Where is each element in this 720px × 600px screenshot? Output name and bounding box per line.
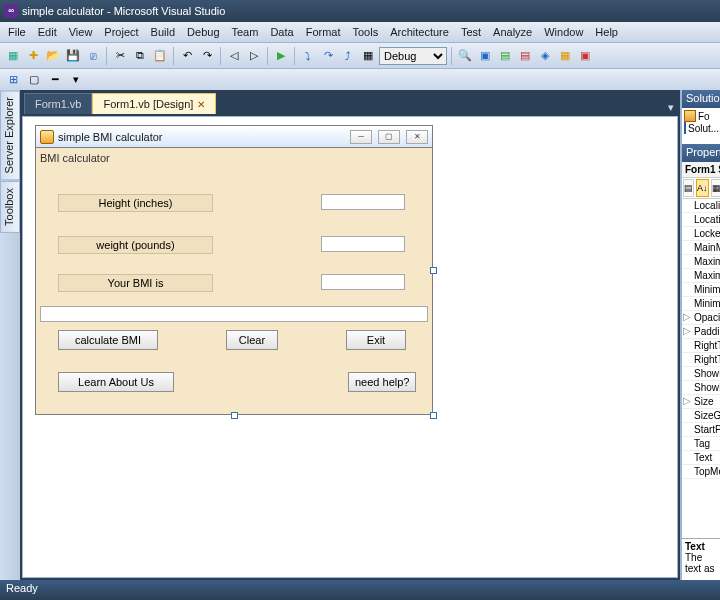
- property-row[interactable]: ▷Paddin: [682, 325, 720, 339]
- redo-icon[interactable]: ↷: [198, 47, 216, 65]
- menu-analyze[interactable]: Analyze: [487, 24, 538, 40]
- need-help-button[interactable]: need help?: [348, 372, 416, 392]
- step-out-icon[interactable]: ⤴: [339, 47, 357, 65]
- bmi-result-label[interactable]: Your BMI is: [58, 274, 213, 292]
- menu-data[interactable]: Data: [264, 24, 299, 40]
- paste-icon[interactable]: 📋: [151, 47, 169, 65]
- calculate-bmi-button[interactable]: calculate BMI: [58, 330, 158, 350]
- properties-icon[interactable]: ▦: [711, 179, 720, 197]
- menu-debug[interactable]: Debug: [181, 24, 225, 40]
- properties-grid[interactable]: LocalizLocatiLockedMainMMaximMaximMinimM…: [682, 199, 720, 538]
- solution-explorer-header[interactable]: Solution Ex: [682, 90, 720, 108]
- property-row[interactable]: StartPo: [682, 423, 720, 437]
- menu-edit[interactable]: Edit: [32, 24, 63, 40]
- resize-handle-right[interactable]: [430, 267, 437, 274]
- minimize-icon[interactable]: ─: [350, 130, 372, 144]
- menu-architecture[interactable]: Architecture: [384, 24, 455, 40]
- form-designer-surface[interactable]: simple BMI calculator ─ ▢ ✕ BMI calculat…: [22, 116, 678, 578]
- property-row[interactable]: ▷Size: [682, 395, 720, 409]
- start-icon[interactable]: ▶: [272, 47, 290, 65]
- tab-form1-code[interactable]: Form1.vb: [24, 93, 92, 114]
- menu-project[interactable]: Project: [98, 24, 144, 40]
- property-row[interactable]: Maxim: [682, 269, 720, 283]
- menu-team[interactable]: Team: [226, 24, 265, 40]
- copy-icon[interactable]: ⧉: [131, 47, 149, 65]
- menu-strip-item[interactable]: BMI calculator: [40, 152, 110, 164]
- property-row[interactable]: SizeGri: [682, 409, 720, 423]
- new-project-icon[interactable]: ▦: [4, 47, 22, 65]
- property-row[interactable]: Localiz: [682, 199, 720, 213]
- close-window-icon[interactable]: ✕: [406, 130, 428, 144]
- step-into-icon[interactable]: ⤵: [299, 47, 317, 65]
- align-icon[interactable]: ━: [46, 71, 64, 89]
- solution-explorer-body[interactable]: Fo Solut...: [682, 108, 720, 144]
- properties-header[interactable]: Properties: [682, 144, 720, 162]
- toolbox-tab[interactable]: Toolbox: [0, 181, 20, 233]
- grid-toggle-icon[interactable]: ⊞: [4, 71, 22, 89]
- window-icon[interactable]: ▦: [556, 47, 574, 65]
- menu-file[interactable]: File: [2, 24, 32, 40]
- undo-icon[interactable]: ↶: [178, 47, 196, 65]
- nav-fwd-icon[interactable]: ▷: [245, 47, 263, 65]
- standard-toolbar: ▦ ✚ 📂 💾 ⎚ ✂ ⧉ 📋 ↶ ↷ ◁ ▷ ▶ ⤵ ↷ ⤴ ▦ Debug …: [0, 42, 720, 68]
- uncomment-icon[interactable]: ▤: [516, 47, 534, 65]
- find-icon[interactable]: 🔍: [456, 47, 474, 65]
- clear-button[interactable]: Clear: [226, 330, 278, 350]
- add-item-icon[interactable]: ✚: [24, 47, 42, 65]
- maximize-icon[interactable]: ▢: [378, 130, 400, 144]
- save-all-icon[interactable]: ⎚: [84, 47, 102, 65]
- menu-build[interactable]: Build: [145, 24, 181, 40]
- categorized-icon[interactable]: ▤: [683, 179, 694, 197]
- learn-about-us-button[interactable]: Learn About Us: [58, 372, 174, 392]
- property-row[interactable]: Locati: [682, 213, 720, 227]
- cut-icon[interactable]: ✂: [111, 47, 129, 65]
- height-label[interactable]: Height (inches): [58, 194, 213, 212]
- weight-textbox[interactable]: [321, 236, 405, 252]
- menu-view[interactable]: View: [63, 24, 99, 40]
- menu-test[interactable]: Test: [455, 24, 487, 40]
- property-row[interactable]: Locked: [682, 227, 720, 241]
- tab-close-icon[interactable]: ✕: [197, 99, 205, 110]
- property-row[interactable]: RightT: [682, 353, 720, 367]
- property-row[interactable]: Minim: [682, 283, 720, 297]
- property-row[interactable]: Minim: [682, 297, 720, 311]
- step-over-icon[interactable]: ↷: [319, 47, 337, 65]
- resize-handle-bottom[interactable]: [231, 412, 238, 419]
- tab-order-icon[interactable]: ▾: [67, 71, 85, 89]
- status-textbox[interactable]: [40, 306, 428, 322]
- property-row[interactable]: Text: [682, 451, 720, 465]
- form1-window[interactable]: simple BMI calculator ─ ▢ ✕ BMI calculat…: [35, 125, 433, 415]
- save-icon[interactable]: 💾: [64, 47, 82, 65]
- menu-tools[interactable]: Tools: [347, 24, 385, 40]
- nav-back-icon[interactable]: ◁: [225, 47, 243, 65]
- bmi-result-textbox[interactable]: [321, 274, 405, 290]
- solution-config-dropdown[interactable]: Debug: [379, 47, 447, 65]
- property-row[interactable]: MainM: [682, 241, 720, 255]
- bookmark-icon[interactable]: ◈: [536, 47, 554, 65]
- comment-icon[interactable]: ▤: [496, 47, 514, 65]
- break-all-icon[interactable]: ▦: [359, 47, 377, 65]
- weight-label[interactable]: weight (pounds): [58, 236, 213, 254]
- property-row[interactable]: ShowI: [682, 381, 720, 395]
- menu-window[interactable]: Window: [538, 24, 589, 40]
- open-icon[interactable]: 📂: [44, 47, 62, 65]
- menu-format[interactable]: Format: [300, 24, 347, 40]
- snap-icon[interactable]: ▢: [25, 71, 43, 89]
- active-files-dropdown-icon[interactable]: ▾: [662, 101, 680, 114]
- server-explorer-tab[interactable]: Server Explorer: [0, 90, 20, 180]
- properties-object[interactable]: Form1 Sys: [682, 162, 720, 178]
- tab-form1-design[interactable]: Form1.vb [Design] ✕: [92, 93, 216, 114]
- resize-handle-corner[interactable]: [430, 412, 437, 419]
- property-row[interactable]: Maxim: [682, 255, 720, 269]
- property-row[interactable]: RightT: [682, 339, 720, 353]
- alphabetical-icon[interactable]: A↓: [696, 179, 709, 197]
- property-row[interactable]: ▷Opacit: [682, 311, 720, 325]
- height-textbox[interactable]: [321, 194, 405, 210]
- tool-window-icon[interactable]: ▣: [476, 47, 494, 65]
- property-row[interactable]: Tag: [682, 437, 720, 451]
- close-icon[interactable]: ▣: [576, 47, 594, 65]
- menu-help[interactable]: Help: [589, 24, 624, 40]
- property-row[interactable]: TopMo: [682, 465, 720, 479]
- property-row[interactable]: ShowI: [682, 367, 720, 381]
- exit-button[interactable]: Exit: [346, 330, 406, 350]
